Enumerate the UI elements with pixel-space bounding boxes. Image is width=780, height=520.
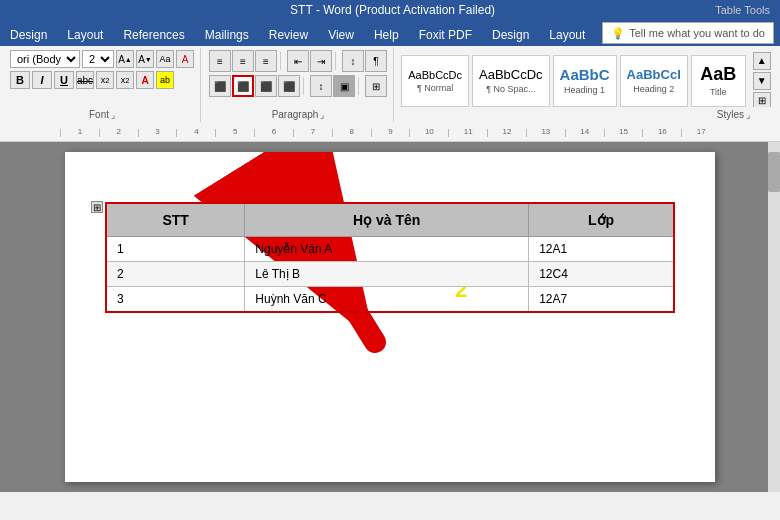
annotation-label-1: 1 <box>325 162 337 188</box>
table-header-stt: STT <box>106 203 245 237</box>
table-header-class: Lớp <box>529 203 674 237</box>
text-color-button[interactable]: A <box>136 71 154 89</box>
table-tools-label: Table Tools <box>715 4 770 16</box>
font-size-select[interactable]: 20 <box>82 50 114 68</box>
sort-button[interactable]: ↕ <box>342 50 364 72</box>
table-row: 3Huỳnh Văn C12A7 <box>106 287 674 313</box>
underline-button[interactable]: U <box>54 71 74 89</box>
tab-design[interactable]: Design <box>0 24 57 46</box>
tab-view[interactable]: View <box>318 24 364 46</box>
document-table: STT Họ và Tên Lớp 1Nguyễn Văn A12A12Lê T… <box>105 202 675 313</box>
styles-group-label: Styles <box>717 109 744 120</box>
ruler: 1 2 3 4 5 6 7 8 9 10 11 12 13 14 15 16 1… <box>0 124 780 142</box>
ribbon-tabs: Design Layout References Mailings Review… <box>0 20 780 46</box>
font-shrink-button[interactable]: A▼ <box>136 50 154 68</box>
ribbon-content: ori (Body) 20 A▲ A▼ Aa A B I U abc x2 x2… <box>0 46 780 124</box>
numbering-button[interactable]: ≡ <box>232 50 254 72</box>
tab-layout[interactable]: Layout <box>57 24 113 46</box>
font-name-select[interactable]: ori (Body) <box>10 50 80 68</box>
borders-button[interactable]: ⊞ <box>365 75 387 97</box>
superscript-button[interactable]: x2 <box>116 71 134 89</box>
styles-expand[interactable]: ⊞ <box>753 92 771 108</box>
lightbulb-icon: 💡 <box>611 27 625 40</box>
tab-help[interactable]: Help <box>364 24 409 46</box>
table-row: 2Lê Thị B12C4 <box>106 262 674 287</box>
multilevel-button[interactable]: ≡ <box>255 50 277 72</box>
style-title[interactable]: AaB Title <box>691 55 746 107</box>
tab-table-design[interactable]: Design <box>482 24 539 46</box>
tell-me-box[interactable]: 💡 Tell me what you want to do <box>602 22 774 44</box>
font-dialog-launcher[interactable]: ⌟ <box>111 110 115 120</box>
vertical-scrollbar[interactable] <box>768 142 780 492</box>
document-page: 1 2 ⊞ STT Họ và Tên Lớp <box>65 152 715 482</box>
scrollbar-thumb[interactable] <box>768 152 780 192</box>
styles-group: AaBbCcDc ¶ Normal AaBbCcDc ¶ No Spac... … <box>396 48 776 122</box>
tab-foxit[interactable]: Foxit PDF <box>409 24 482 46</box>
font-group-label: Font <box>89 109 109 120</box>
show-marks-button[interactable]: ¶ <box>365 50 387 72</box>
align-center-button[interactable]: ⬛ <box>232 75 254 97</box>
increase-indent-button[interactable]: ⇥ <box>310 50 332 72</box>
styles-scroll-up[interactable]: ▲ <box>753 52 771 70</box>
title-bar: STT - Word (Product Activation Failed) T… <box>0 0 780 20</box>
document-area: 1 2 ⊞ STT Họ và Tên Lớp <box>0 142 780 492</box>
bold-button[interactable]: B <box>10 71 30 89</box>
styles-scroll-down[interactable]: ▼ <box>753 72 771 90</box>
shading-button[interactable]: ▣ <box>333 75 355 97</box>
para-dialog-launcher[interactable]: ⌟ <box>320 110 324 120</box>
subscript-button[interactable]: x2 <box>96 71 114 89</box>
font-group: ori (Body) 20 A▲ A▼ Aa A B I U abc x2 x2… <box>4 48 201 122</box>
clear-format-button[interactable]: Aa <box>156 50 174 68</box>
highlight-button[interactable]: ab <box>156 71 174 89</box>
justify-button[interactable]: ⬛ <box>278 75 300 97</box>
style-heading1[interactable]: AaBbC Heading 1 <box>553 55 617 107</box>
style-no-spacing[interactable]: AaBbCcDc ¶ No Spac... <box>472 55 550 107</box>
table-wrapper: ⊞ STT Họ và Tên Lớp 1Nguyễn Văn A12A12Lê… <box>105 202 675 313</box>
italic-button[interactable]: I <box>32 71 52 89</box>
paragraph-group: ≡ ≡ ≡ ⇤ ⇥ ↕ ¶ ⬛ ⬛ ⬛ ⬛ ↕ ▣ ⊞ <box>203 48 394 122</box>
tab-table-layout[interactable]: Layout <box>539 24 595 46</box>
line-spacing-button[interactable]: ↕ <box>310 75 332 97</box>
strikethrough-button[interactable]: abc <box>76 71 94 89</box>
window-title: STT - Word (Product Activation Failed) <box>70 3 715 17</box>
tab-review[interactable]: Review <box>259 24 318 46</box>
decrease-indent-button[interactable]: ⇤ <box>287 50 309 72</box>
paragraph-group-label: Paragraph <box>272 109 319 120</box>
table-row: 1Nguyễn Văn A12A1 <box>106 237 674 262</box>
table-header-name: Họ và Tên <box>245 203 529 237</box>
heading2-label: Heading 2 <box>633 84 674 94</box>
align-left-button[interactable]: ⬛ <box>209 75 231 97</box>
bullets-button[interactable]: ≡ <box>209 50 231 72</box>
align-right-button[interactable]: ⬛ <box>255 75 277 97</box>
text-effects-button[interactable]: A <box>176 50 194 68</box>
font-grow-button[interactable]: A▲ <box>116 50 134 68</box>
tell-me-text: Tell me what you want to do <box>629 27 765 39</box>
tab-mailings[interactable]: Mailings <box>195 24 259 46</box>
style-heading2[interactable]: AaBbCcI Heading 2 <box>620 55 688 107</box>
table-handle[interactable]: ⊞ <box>91 201 103 213</box>
tab-references[interactable]: References <box>113 24 194 46</box>
style-normal[interactable]: AaBbCcDc ¶ Normal <box>401 55 469 107</box>
styles-dialog-launcher[interactable]: ⌟ <box>746 110 750 120</box>
